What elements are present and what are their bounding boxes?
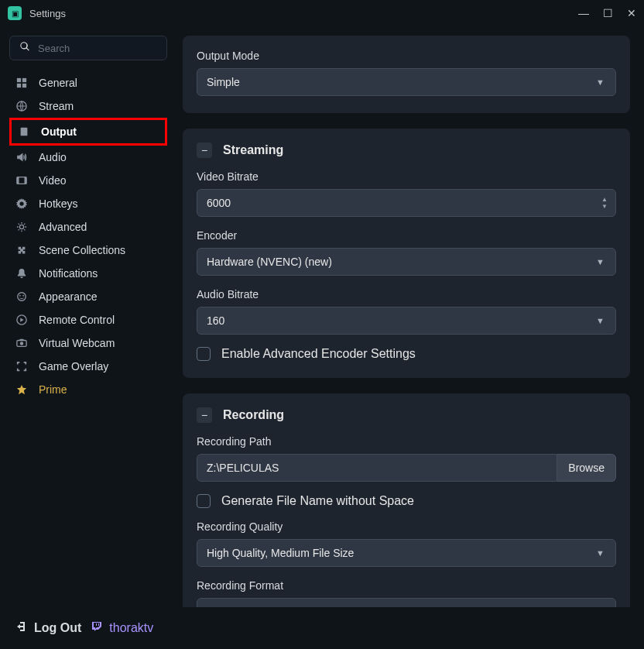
search-input[interactable] [38,43,168,54]
svg-rect-1 [22,78,26,82]
gear-icon [15,198,28,209]
globe-icon [15,101,28,112]
collapse-button[interactable]: − [197,407,212,423]
cog-icon [15,221,28,232]
sidebar-item-appearance[interactable]: Appearance [9,285,167,308]
svg-point-10 [18,293,26,301]
recording-quality-label: Recording Quality [197,520,616,533]
output-mode-label: Output Mode [197,50,616,62]
audio-bitrate-value: 160 [207,314,224,327]
sidebar-item-remote-control[interactable]: Remote Control [9,308,167,331]
logout-button[interactable]: Log Out [15,620,81,636]
search-box[interactable] [9,36,167,60]
content-area: Output Mode Simple ▼ − Streaming Video B… [176,26,644,607]
sidebar-item-game-overlay[interactable]: Game Overlay [9,355,167,378]
sidebar-item-label: Video [39,174,67,187]
camera-icon [15,338,28,349]
streaming-encoder-select[interactable]: Hardware (NVENC) (new) ▼ [197,248,616,276]
panel-streaming: − Streaming Video Bitrate 6000 ▲▼ Encode… [183,129,630,378]
sidebar-item-label: Output [41,125,77,138]
streaming-encoder-value: Hardware (NVENC) (new) [207,256,332,268]
advanced-encoder-label: Enable Advanced Encoder Settings [221,347,416,361]
output-mode-value: Simple [207,76,240,88]
search-icon [19,41,30,55]
sidebar-item-label: Game Overlay [39,360,108,373]
audio-bitrate-select[interactable]: 160 ▼ [197,307,616,335]
advanced-encoder-checkbox[interactable] [197,347,211,361]
recording-format-label: Recording Format [197,579,616,592]
window-title: Settings [29,8,66,19]
svg-rect-0 [17,78,21,82]
film-icon [15,175,28,186]
svg-rect-16 [19,339,23,341]
sidebar-item-general[interactable]: General [9,71,167,94]
filename-nospace-checkbox[interactable] [197,494,211,508]
svg-rect-2 [17,84,21,88]
panel-output-mode: Output Mode Simple ▼ [183,36,630,113]
bell-icon [15,268,28,279]
sidebar-item-video[interactable]: Video [9,169,167,192]
svg-rect-5 [21,128,28,136]
sidebar-item-scene-collections[interactable]: Scene Collections [9,239,167,262]
sidebar-item-advanced[interactable]: Advanced [9,215,167,239]
user-button[interactable]: thoraktv [91,620,153,636]
puzzle-icon [15,245,28,256]
svg-rect-3 [22,84,26,88]
browse-button[interactable]: Browse [557,454,616,482]
sidebar-item-notifications[interactable]: Notifications [9,262,167,285]
number-spinner[interactable]: ▲▼ [601,197,608,210]
chevron-down-icon: ▼ [596,548,605,558]
twitch-icon [91,620,103,636]
sidebar-item-label: Appearance [39,290,98,303]
sidebar-item-label: Notifications [39,267,98,280]
titlebar-left: ▣ Settings [8,6,66,20]
maximize-icon[interactable]: ☐ [603,7,613,19]
svg-point-12 [22,295,24,297]
sidebar: General Stream Output Audio Video Hotkey… [0,26,176,649]
sidebar-item-label: Stream [39,100,74,112]
svg-point-9 [19,225,23,228]
sidebar-item-label: Prime [39,383,67,396]
output-mode-select[interactable]: Simple ▼ [197,68,616,96]
sidebar-item-label: Audio [39,151,67,163]
logout-icon [15,620,28,636]
panel-recording: − Recording Recording Path Z:\PELICULAS … [183,393,630,607]
streaming-encoder-label: Encoder [197,229,616,242]
window-controls: — ☐ ✕ [578,7,636,19]
recording-path-input[interactable]: Z:\PELICULAS [197,454,557,482]
close-icon[interactable]: ✕ [627,7,636,19]
chevron-down-icon: ▼ [596,257,605,266]
star-icon [15,384,28,395]
svg-rect-8 [25,177,27,184]
svg-rect-7 [17,177,19,184]
panel-title-streaming: Streaming [223,143,283,157]
face-icon [15,291,28,302]
sidebar-item-audio[interactable]: Audio [9,146,167,169]
sidebar-item-stream[interactable]: Stream [9,94,167,118]
username: thoraktv [109,621,153,635]
sidebar-item-label: Hotkeys [39,197,78,210]
chevron-down-icon: ▼ [596,316,605,325]
video-bitrate-value: 6000 [207,197,231,209]
sidebar-item-virtual-webcam[interactable]: Virtual Webcam [9,331,167,355]
sidebar-item-label: Scene Collections [39,244,125,256]
video-bitrate-input[interactable]: 6000 ▲▼ [197,189,616,217]
expand-icon [15,361,28,372]
sidebar-item-hotkeys[interactable]: Hotkeys [9,192,167,215]
chevron-down-icon: ▼ [596,77,605,87]
panel-title-recording: Recording [223,408,284,422]
sidebar-item-label: General [39,77,77,89]
nav-list: General Stream Output Audio Video Hotkey… [9,71,167,649]
titlebar: ▣ Settings — ☐ ✕ [0,0,644,26]
minimize-icon[interactable]: — [578,7,589,19]
volume-icon [15,152,28,163]
recording-format-select[interactable]: mp4 ▼ [197,598,616,607]
recording-path-value: Z:\PELICULAS [207,462,279,474]
collapse-button[interactable]: − [197,143,212,158]
sidebar-item-prime[interactable]: Prime [9,378,167,401]
recording-path-label: Recording Path [197,435,616,448]
audio-bitrate-label: Audio Bitrate [197,288,616,300]
recording-quality-select[interactable]: High Quality, Medium File Size ▼ [197,539,616,567]
sidebar-item-output[interactable]: Output [9,118,167,146]
filename-nospace-label: Generate File Name without Space [221,494,414,508]
